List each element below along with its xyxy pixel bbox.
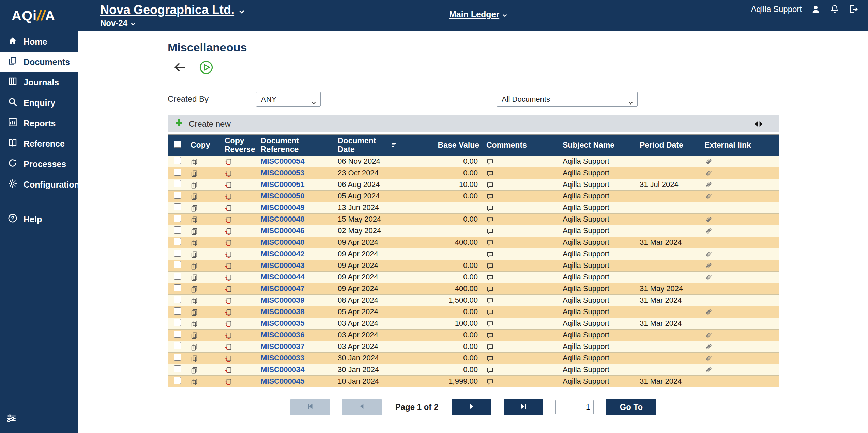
attachment-icon[interactable] xyxy=(704,262,713,270)
row-checkbox[interactable] xyxy=(174,377,181,384)
column-header-copy-reverse[interactable]: Copy Reverse xyxy=(221,135,257,156)
copy-icon[interactable] xyxy=(191,332,198,339)
copy-icon[interactable] xyxy=(191,286,198,293)
copy-reverse-icon[interactable] xyxy=(225,343,232,351)
copy-icon[interactable] xyxy=(191,251,198,258)
row-checkbox[interactable] xyxy=(174,365,181,372)
copy-reverse-icon[interactable] xyxy=(225,332,232,339)
copy-icon[interactable] xyxy=(191,320,198,328)
row-checkbox[interactable] xyxy=(174,203,181,210)
document-reference-link[interactable]: MISC000049 xyxy=(261,203,304,212)
attachment-icon[interactable] xyxy=(704,181,713,189)
sidebar-item-home[interactable]: Home xyxy=(0,31,78,52)
document-reference-link[interactable]: MISC000043 xyxy=(261,261,304,270)
row-checkbox[interactable] xyxy=(174,180,181,187)
copy-icon[interactable] xyxy=(191,239,198,247)
column-header-base-value[interactable]: Base Value xyxy=(401,135,483,156)
user-name[interactable]: Aqilla Support xyxy=(751,4,802,14)
copy-reverse-icon[interactable] xyxy=(225,297,232,305)
copy-reverse-icon[interactable] xyxy=(225,378,232,386)
filter-settings-button[interactable] xyxy=(5,413,17,426)
copy-reverse-icon[interactable] xyxy=(225,309,232,316)
comment-icon[interactable] xyxy=(486,286,494,293)
row-checkbox[interactable] xyxy=(174,319,181,326)
comment-icon[interactable] xyxy=(486,205,494,212)
document-reference-link[interactable]: MISC000038 xyxy=(261,307,304,316)
document-reference-link[interactable]: MISC000053 xyxy=(261,169,304,177)
row-checkbox[interactable] xyxy=(174,284,181,291)
comment-icon[interactable] xyxy=(486,378,494,386)
comment-icon[interactable] xyxy=(486,228,494,235)
attachment-icon[interactable] xyxy=(704,250,713,258)
period-selector[interactable]: Nov-24 xyxy=(100,18,136,28)
back-button[interactable] xyxy=(173,61,187,74)
comment-icon[interactable] xyxy=(486,274,494,282)
copy-reverse-icon[interactable] xyxy=(225,355,232,363)
resize-columns-icon[interactable] xyxy=(753,118,764,129)
select-all-checkbox[interactable] xyxy=(174,141,181,148)
sidebar-item-processes[interactable]: Processes xyxy=(0,154,78,174)
comment-icon[interactable] xyxy=(486,355,494,363)
document-reference-link[interactable]: MISC000034 xyxy=(261,365,304,374)
comment-icon[interactable] xyxy=(486,216,494,224)
comment-icon[interactable] xyxy=(486,170,494,177)
create-new-button[interactable]: Create new xyxy=(174,118,231,130)
copy-icon[interactable] xyxy=(191,367,198,374)
copy-reverse-icon[interactable] xyxy=(225,181,232,189)
attachment-icon[interactable] xyxy=(704,158,713,166)
row-checkbox[interactable] xyxy=(174,157,181,164)
copy-icon[interactable] xyxy=(191,158,198,166)
comment-icon[interactable] xyxy=(486,320,494,328)
attachment-icon[interactable] xyxy=(704,273,713,282)
copy-reverse-icon[interactable] xyxy=(225,239,232,247)
document-reference-link[interactable]: MISC000045 xyxy=(261,377,304,385)
sidebar-item-configuration[interactable]: Configuration xyxy=(0,174,78,195)
created-by-select[interactable]: ANY xyxy=(256,92,321,107)
row-checkbox[interactable] xyxy=(174,250,181,257)
row-checkbox[interactable] xyxy=(174,331,181,338)
column-header-copy[interactable]: Copy xyxy=(187,135,221,156)
sidebar-item-help[interactable]: ? Help xyxy=(0,209,78,229)
column-header-comments[interactable]: Comments xyxy=(483,135,559,156)
copy-icon[interactable] xyxy=(191,378,198,386)
copy-icon[interactable] xyxy=(191,170,198,177)
document-reference-link[interactable]: MISC000051 xyxy=(261,180,304,189)
attachment-icon[interactable] xyxy=(704,343,713,351)
copy-icon[interactable] xyxy=(191,205,198,212)
logout-icon[interactable] xyxy=(848,4,858,14)
column-header-period-date[interactable]: Period Date xyxy=(636,135,701,156)
copy-reverse-icon[interactable] xyxy=(225,367,232,374)
copy-icon[interactable] xyxy=(191,181,198,189)
copy-reverse-icon[interactable] xyxy=(225,251,232,258)
copy-icon[interactable] xyxy=(191,355,198,363)
attachment-icon[interactable] xyxy=(704,215,713,224)
comment-icon[interactable] xyxy=(486,309,494,316)
row-checkbox[interactable] xyxy=(174,215,181,222)
attachment-icon[interactable] xyxy=(704,227,713,235)
row-checkbox[interactable] xyxy=(174,261,181,268)
comment-icon[interactable] xyxy=(486,239,494,247)
document-reference-link[interactable]: MISC000054 xyxy=(261,157,304,165)
copy-reverse-icon[interactable] xyxy=(225,205,232,212)
previous-page-button[interactable] xyxy=(342,399,382,415)
copy-reverse-icon[interactable] xyxy=(225,320,232,328)
sidebar-item-journals[interactable]: Journals xyxy=(0,72,78,93)
comment-icon[interactable] xyxy=(486,332,494,339)
copy-icon[interactable] xyxy=(191,216,198,224)
comment-icon[interactable] xyxy=(486,181,494,189)
sidebar-item-documents[interactable]: Documents xyxy=(0,52,78,72)
copy-icon[interactable] xyxy=(191,309,198,316)
row-checkbox[interactable] xyxy=(174,238,181,245)
copy-icon[interactable] xyxy=(191,343,198,351)
attachment-icon[interactable] xyxy=(704,192,713,201)
document-reference-link[interactable]: MISC000040 xyxy=(261,238,304,246)
row-checkbox[interactable] xyxy=(174,307,181,315)
notifications-bell-icon[interactable] xyxy=(830,4,839,14)
document-reference-link[interactable]: MISC000037 xyxy=(261,342,304,351)
comment-icon[interactable] xyxy=(486,262,494,270)
attachment-icon[interactable] xyxy=(704,169,713,177)
comment-icon[interactable] xyxy=(486,297,494,305)
attachment-icon[interactable] xyxy=(704,308,713,316)
copy-reverse-icon[interactable] xyxy=(225,228,232,235)
go-to-button[interactable]: Go To xyxy=(606,399,656,415)
